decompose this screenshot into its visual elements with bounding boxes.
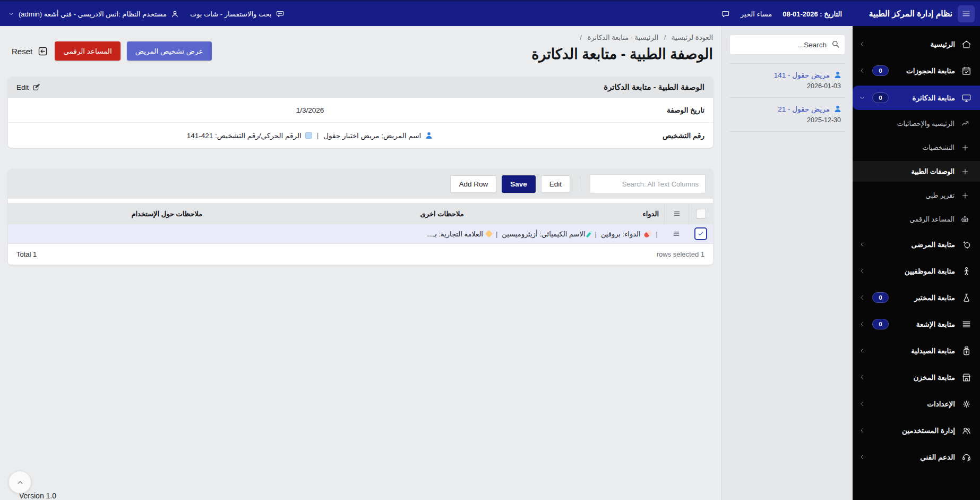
sidebar-item-10[interactable]: متابعة المختبر0: [853, 286, 980, 309]
sidebar-item-3[interactable]: الرئيسية والإحصائيات: [853, 113, 980, 134]
sidebar-item-label: متابعة المخزن: [914, 373, 955, 382]
home-icon: [961, 39, 972, 49]
test-tube-icon: [586, 230, 593, 238]
patients-search-input[interactable]: [729, 35, 845, 55]
chatbot-label: بحث والاستفسار - شات بوت: [190, 10, 272, 18]
reset-button[interactable]: Reset: [12, 46, 48, 57]
sidebar-item-label: الدعم الفني: [920, 453, 955, 461]
sidebar-item-label: متابعة المختبر: [914, 293, 955, 302]
sidebar-item-13[interactable]: متابعة المخزن: [853, 366, 980, 389]
chevron-down-icon: [858, 94, 866, 102]
patient-list-item[interactable]: مريض حقول - 1412026-01-03: [729, 64, 845, 98]
chat-users-icon: [276, 10, 285, 19]
sidebar-item-14[interactable]: الإعدادات: [853, 392, 980, 416]
segment-separator: |: [595, 230, 596, 238]
main-content: العودة لرئيسية / الرئيسية - متابعة الدكا…: [0, 26, 721, 500]
pharmacy-icon: [961, 345, 972, 356]
sidebar: الرئيسيةمتابعة الحجوزات0متابعة الدكاترة0…: [853, 26, 980, 500]
card-edit-button[interactable]: Edit: [16, 83, 41, 91]
chevron-down-icon: [7, 10, 15, 18]
plus-icon: [960, 191, 969, 200]
patient-name: مريض حقول - 141: [774, 71, 830, 79]
table-footer: 1 rows selected Total 1: [8, 244, 713, 265]
sidebar-item-label: متابعة الإشعة: [916, 320, 955, 328]
sidebar-item-4[interactable]: التشخصيات: [853, 137, 980, 158]
sidebar-item-label: الإعدادات: [927, 400, 955, 408]
patient-list-item[interactable]: مريض حقول - 212025-12-30: [729, 98, 845, 132]
chat-bubble-icon[interactable]: [721, 10, 730, 19]
hamburger-icon[interactable]: [958, 5, 975, 22]
sidebar-item-11[interactable]: متابعة الإشعة0: [853, 312, 980, 336]
digital-assistant-button[interactable]: المساعد الرقمي: [55, 41, 121, 61]
support-icon: [961, 452, 972, 462]
sidebar-item-1[interactable]: متابعة الحجوزات0: [853, 59, 980, 82]
column-header-usage-notes[interactable]: ملاحظات حول الإستخدام: [8, 203, 326, 224]
patients-icon: [961, 239, 972, 250]
monitor-icon: [961, 92, 972, 103]
chevron-left-icon: [858, 320, 866, 328]
grid-search-input[interactable]: [590, 174, 706, 193]
patients-panel: مريض حقول - 1412026-01-03مريض حقول - 212…: [721, 26, 853, 500]
select-all-checkbox[interactable]: [696, 209, 706, 219]
sidebar-item-label: المساعد الرقمي: [909, 215, 955, 223]
staff-icon: [961, 266, 972, 276]
sidebar-item-0[interactable]: الرئيسية: [853, 32, 980, 56]
check-icon: [697, 230, 705, 238]
column-header-other-notes[interactable]: ملاحظات اخرى: [326, 203, 558, 224]
sidebar-item-16[interactable]: الدعم الفني: [853, 445, 980, 469]
field-label: تاريخ الوصفة: [604, 106, 704, 114]
page-header: العودة لرئيسية / الرئيسية - متابعة الدكا…: [0, 31, 713, 63]
search-icon: [831, 39, 840, 49]
field-value: اسم المريض: مريض اختبار حقول | الرقم الح…: [16, 131, 604, 140]
plus-icon: [960, 167, 969, 176]
chevron-left-icon: [858, 66, 866, 75]
sidebar-item-12[interactable]: متابعة الصيدلية: [853, 339, 980, 362]
sidebar-item-label: التشخصيات: [923, 143, 955, 151]
count-badge: 0: [872, 92, 889, 103]
gear-icon: [961, 399, 972, 409]
card-title: الوصفة الطبية - متابعة الدكاترة: [604, 82, 704, 92]
column-menu-icon[interactable]: [673, 209, 681, 218]
chatbot-menu-item[interactable]: بحث والاستفسار - شات بوت: [190, 10, 285, 19]
drug-cell: | الدواء: بروفين | الاسم الكيميائي: أزيث…: [558, 224, 664, 243]
usage-notes-cell: [8, 224, 326, 243]
field-row-date: تاريخ الوصفة 1/3/2026: [8, 98, 713, 123]
edit-label: Edit: [16, 83, 29, 91]
id-card-icon: [305, 132, 312, 139]
scroll-to-top-button[interactable]: [8, 471, 31, 494]
sidebar-item-label: متابعة المرضى: [911, 240, 955, 249]
column-header-drug[interactable]: الدواء: [558, 203, 664, 224]
row-menu-icon[interactable]: [672, 230, 681, 238]
breadcrumb-separator: /: [580, 33, 582, 41]
page-title: الوصفة الطبية - متابعة الدكاترة: [531, 46, 713, 63]
breadcrumb-home[interactable]: العودة لرئيسية: [672, 33, 713, 41]
user-menu[interactable]: مستخدم النظام :انس الادريسي - فني أشعة (…: [7, 10, 179, 19]
topbar-date: التاريخ : 2026-01-08: [783, 10, 842, 18]
sidebar-item-9[interactable]: متابعة الموظفيين: [853, 259, 980, 283]
other-notes-cell: [326, 224, 558, 243]
chevron-left-icon: [858, 293, 866, 302]
sidebar-item-15[interactable]: إدارة المستخدمين: [853, 419, 980, 442]
chevron-left-icon: [858, 40, 866, 48]
chevron-left-icon: [858, 267, 866, 275]
chevron-left-icon: [858, 346, 866, 355]
table-row[interactable]: | الدواء: بروفين | الاسم الكيميائي: أزيث…: [8, 224, 713, 244]
patient-name-text: اسم المريض: مريض اختبار حقول: [323, 131, 421, 140]
patient-name: مريض حقول - 21: [778, 105, 830, 113]
patient-person-icon: [425, 131, 433, 140]
calendar-icon: [961, 65, 972, 76]
sidebar-item-8[interactable]: متابعة المرضى: [853, 233, 980, 256]
add-row-button[interactable]: Add Row: [450, 175, 496, 193]
row-checkbox-checked[interactable]: [694, 227, 707, 240]
sidebar-item-label: متابعة الحجوزات: [906, 66, 955, 75]
sidebar-item-5[interactable]: الوصفات الطبية: [853, 161, 980, 182]
reset-icon: [37, 46, 48, 57]
breadcrumb-section[interactable]: الرئيسية - متابعة الدكاترة: [587, 33, 658, 41]
sidebar-item-6[interactable]: تقرير طبي: [853, 185, 980, 206]
edit-button[interactable]: Edit: [541, 175, 570, 193]
save-button[interactable]: Save: [502, 175, 536, 193]
sidebar-item-7[interactable]: المساعد الرقمي: [853, 209, 980, 230]
view-diagnosis-button[interactable]: عرض تشخيص المريض: [127, 41, 212, 61]
count-badge: 0: [872, 319, 889, 329]
sidebar-item-2[interactable]: متابعة الدكاترة0: [853, 86, 980, 110]
